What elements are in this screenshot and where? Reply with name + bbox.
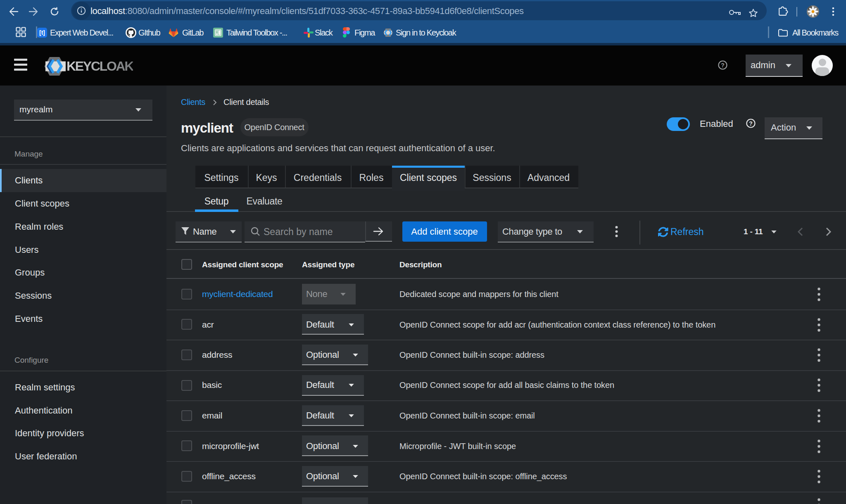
- svg-text:?: ?: [749, 120, 753, 127]
- svg-text:?: ?: [721, 62, 725, 69]
